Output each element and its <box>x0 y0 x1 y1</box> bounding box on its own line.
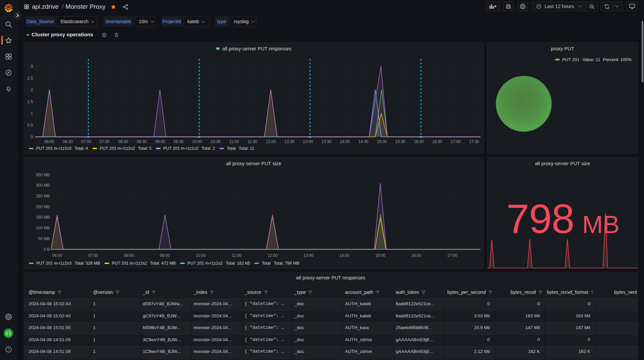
svg-text:350 MB: 350 MB <box>36 173 50 177</box>
svg-text:06:00: 06:00 <box>44 139 54 144</box>
svg-text:14:30: 14:30 <box>358 139 368 144</box>
svg-text:14:00: 14:00 <box>340 139 350 144</box>
svg-text:17:00: 17:00 <box>450 139 461 144</box>
svg-text:16:30: 16:30 <box>432 139 442 144</box>
svg-text:13:00: 13:00 <box>303 139 313 144</box>
svg-text:200 MB: 200 MB <box>36 205 50 209</box>
svg-text:12:30: 12:30 <box>284 139 294 144</box>
svg-text:10:00: 10:00 <box>196 253 206 258</box>
svg-text:2.5: 2.5 <box>27 76 33 81</box>
svg-text:14:00: 14:00 <box>339 253 349 258</box>
svg-text:17:00: 17:00 <box>447 253 457 258</box>
svg-text:150 MB: 150 MB <box>36 215 50 220</box>
svg-text:07:00: 07:00 <box>88 253 98 258</box>
svg-text:13:00: 13:00 <box>303 253 313 258</box>
svg-text:10:00: 10:00 <box>192 139 202 144</box>
svg-text:06:30: 06:30 <box>62 139 73 144</box>
svg-text:11:30: 11:30 <box>248 139 257 144</box>
svg-text:13:30: 13:30 <box>321 139 331 144</box>
svg-text:09:00: 09:00 <box>160 253 170 258</box>
svg-text:300 MB: 300 MB <box>36 183 50 188</box>
svg-text:1.5: 1.5 <box>27 99 33 104</box>
svg-text:07:00: 07:00 <box>81 139 91 144</box>
svg-text:09:00: 09:00 <box>155 139 165 144</box>
svg-text:15:00: 15:00 <box>377 139 387 144</box>
svg-text:2: 2 <box>31 88 33 92</box>
svg-text:3: 3 <box>31 64 33 69</box>
svg-text:1: 1 <box>31 111 33 116</box>
svg-text:09:30: 09:30 <box>173 139 183 144</box>
svg-text:100 MB: 100 MB <box>36 226 50 230</box>
svg-text:16:00: 16:00 <box>414 139 424 144</box>
svg-text:08:00: 08:00 <box>124 253 134 258</box>
svg-text:0.5: 0.5 <box>27 123 33 128</box>
svg-text:17:30: 17:30 <box>469 139 479 144</box>
svg-text:06:00: 06:00 <box>52 253 62 258</box>
svg-text:11:00: 11:00 <box>232 253 242 258</box>
svg-text:50 MB: 50 MB <box>38 236 50 241</box>
svg-text:15:00: 15:00 <box>375 253 385 258</box>
svg-text:11:00: 11:00 <box>229 139 239 144</box>
svg-text:12:00: 12:00 <box>267 253 277 258</box>
svg-text:12:00: 12:00 <box>266 139 276 144</box>
svg-text:0 B: 0 B <box>44 247 50 252</box>
svg-text:250 MB: 250 MB <box>36 194 50 198</box>
svg-text:07:30: 07:30 <box>99 139 110 144</box>
svg-text:08:30: 08:30 <box>136 139 146 144</box>
svg-text:?: ? <box>7 347 10 352</box>
svg-text:0: 0 <box>31 135 33 139</box>
svg-text:10:30: 10:30 <box>210 139 220 144</box>
svg-text:15:30: 15:30 <box>395 139 405 144</box>
svg-text:16:00: 16:00 <box>411 253 421 258</box>
svg-text:08:00: 08:00 <box>118 139 128 144</box>
